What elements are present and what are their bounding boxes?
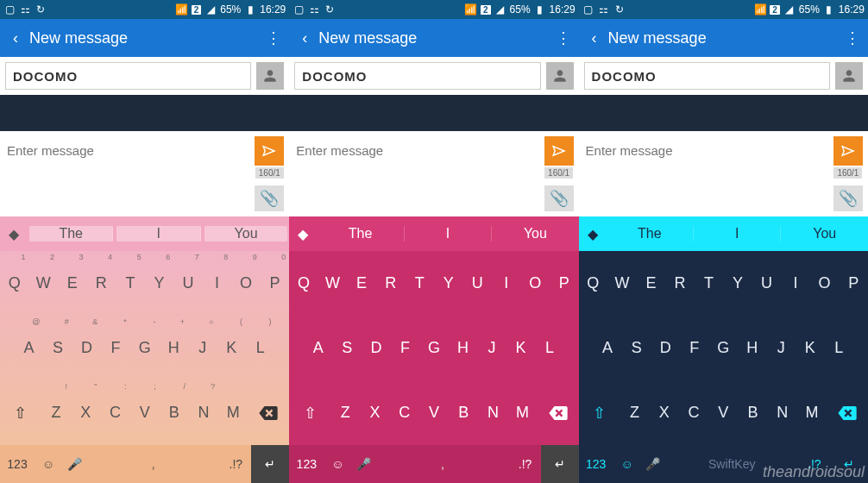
key-a[interactable]: @A [593,316,622,380]
key-g[interactable]: -G [419,316,449,380]
key-h[interactable]: +H [159,316,188,380]
suggestion-3[interactable]: You [492,226,578,242]
suggestion-2[interactable]: I [116,226,200,242]
key-emoji[interactable]: ☺ [35,445,62,483]
key-space[interactable]: SwiftKey [665,445,799,483]
key-s[interactable]: #S [622,316,651,380]
key-z[interactable]: !Z [41,380,71,445]
key-u[interactable]: 7U [173,251,203,316]
key-i[interactable]: 8I [781,251,810,316]
key-backspace[interactable] [538,380,579,445]
key-z[interactable]: !Z [620,380,649,445]
recipient-input[interactable] [584,62,830,90]
key-n[interactable]: ?N [768,380,797,445]
key-j[interactable]: =J [767,316,796,380]
key-x[interactable]: "X [650,380,679,445]
pick-contact-button[interactable] [835,62,863,90]
key-s[interactable]: #S [43,316,72,380]
key-j[interactable]: =J [477,316,506,380]
suggestion-3[interactable]: You [204,226,287,242]
key-r[interactable]: 4R [376,251,406,316]
key-enter[interactable]: ↵ [541,445,579,483]
key-p[interactable]: 0P [550,251,579,316]
key-space[interactable]: , [375,445,509,483]
swiftkey-icon[interactable]: ◆ [289,226,317,242]
key-numbers[interactable]: 123 [579,445,613,483]
key-n[interactable]: ?N [189,380,218,445]
key-o[interactable]: 9O [231,251,261,316]
key-v[interactable]: ;V [708,380,738,445]
key-period[interactable]: .!? [220,445,251,483]
key-c[interactable]: :C [390,380,419,445]
key-p[interactable]: 0P [839,251,868,316]
key-u[interactable]: 7U [752,251,782,316]
key-x[interactable]: "X [360,380,389,445]
key-period[interactable]: .!? [799,445,830,483]
key-h[interactable]: +H [738,316,767,380]
key-space[interactable]: , [86,445,220,483]
key-q[interactable]: 1Q [0,251,29,316]
swiftkey-icon[interactable]: ◆ [579,226,607,242]
key-w[interactable]: 2W [318,251,348,316]
key-j[interactable]: =J [188,316,217,380]
back-button[interactable]: ‹ [294,29,315,47]
key-l[interactable]: )L [825,316,854,380]
key-period[interactable]: .!? [510,445,541,483]
key-y[interactable]: 6Y [145,251,174,316]
key-t[interactable]: 5T [405,251,434,316]
key-e[interactable]: 3E [637,251,666,316]
key-i[interactable]: 8I [203,251,232,316]
key-l[interactable]: )L [535,316,564,380]
attach-button[interactable]: 📎 [255,185,284,211]
key-n[interactable]: ?N [478,380,507,445]
key-w[interactable]: 2W [607,251,637,316]
key-h[interactable]: +H [449,316,478,380]
key-q[interactable]: 1Q [289,251,318,316]
key-k[interactable]: (K [506,316,536,380]
key-e[interactable]: 3E [58,251,87,316]
key-q[interactable]: 1Q [579,251,608,316]
key-c[interactable]: :C [679,380,708,445]
suggestion-3[interactable]: You [781,226,867,242]
key-d[interactable]: &D [362,316,391,380]
key-shift[interactable]: ⇧ [579,380,620,445]
key-y[interactable]: 6Y [723,251,752,316]
key-r[interactable]: 4R [87,251,116,316]
overflow-menu-button[interactable]: ⋮ [553,28,574,47]
message-input[interactable] [584,136,828,164]
suggestion-2[interactable]: I [405,226,492,242]
key-b[interactable]: /B [449,380,478,445]
key-o[interactable]: 9O [521,251,550,316]
key-backspace[interactable] [248,380,289,445]
message-input[interactable] [294,136,538,164]
key-t[interactable]: 5T [695,251,724,316]
send-button[interactable] [255,136,284,166]
recipient-input[interactable] [5,62,251,90]
key-m[interactable]: M [508,380,538,445]
key-y[interactable]: 6Y [434,251,463,316]
key-m[interactable]: M [218,380,248,445]
key-z[interactable]: !Z [330,380,360,445]
key-c[interactable]: :C [100,380,129,445]
key-numbers[interactable]: 123 [0,445,35,483]
key-b[interactable]: /B [160,380,189,445]
key-f[interactable]: *F [680,316,709,380]
pick-contact-button[interactable] [546,62,574,90]
pick-contact-button[interactable] [256,62,284,90]
send-button[interactable] [544,136,574,166]
key-shift[interactable]: ⇧ [289,380,330,445]
back-button[interactable]: ‹ [5,29,26,47]
recipient-input[interactable] [294,62,540,90]
key-k[interactable]: (K [796,316,825,380]
key-a[interactable]: @A [15,316,44,380]
key-f[interactable]: *F [101,316,130,380]
key-i[interactable]: 8I [492,251,521,316]
key-emoji[interactable]: ☺ [613,445,641,483]
key-emoji[interactable]: ☺ [324,445,351,483]
key-o[interactable]: 9O [810,251,840,316]
key-enter[interactable]: ↵ [251,445,289,483]
suggestion-1[interactable]: The [607,226,694,242]
key-shift[interactable]: ⇧ [0,380,41,445]
key-u[interactable]: 7U [462,251,492,316]
key-l[interactable]: )L [246,316,275,380]
